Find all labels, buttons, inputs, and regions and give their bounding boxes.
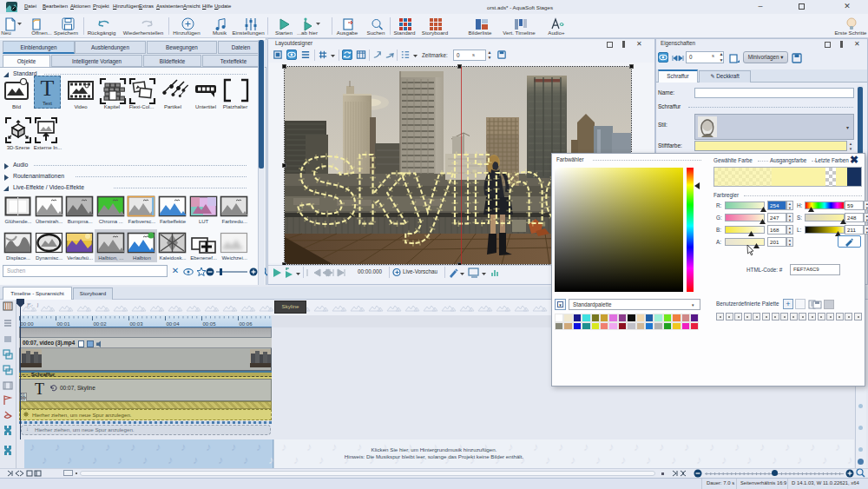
svg-text:♪: ♪	[696, 453, 702, 466]
svg-text:♪: ♪	[822, 453, 828, 466]
svg-text:♪: ♪	[30, 440, 36, 453]
svg-text:♪: ♪	[117, 453, 123, 466]
svg-text:♪: ♪	[80, 440, 86, 453]
svg-text:♪: ♪	[709, 440, 715, 453]
svg-text:♪: ♪	[105, 440, 111, 453]
svg-text:♪: ♪	[42, 453, 48, 466]
svg-text:♪: ♪	[168, 453, 174, 466]
svg-text:♪: ♪	[92, 453, 98, 466]
svg-text:♪: ♪	[810, 440, 816, 453]
svg-text:♪: ♪	[608, 440, 615, 453]
svg-text:♪: ♪	[797, 453, 803, 466]
svg-text:00:04: 00:04	[167, 321, 181, 327]
svg-text:00:01: 00:01	[57, 321, 71, 327]
svg-text:♪: ♪	[55, 440, 61, 453]
svg-text:♪: ♪	[835, 440, 841, 453]
svg-text:♪: ♪	[746, 453, 753, 466]
svg-text:♪: ♪	[206, 440, 212, 453]
svg-text:♪: ♪	[659, 440, 665, 453]
svg-text:♪: ♪	[155, 440, 161, 453]
svg-text:♪: ♪	[734, 440, 740, 453]
svg-text:♪: ♪	[760, 440, 766, 453]
svg-text:00:03: 00:03	[130, 321, 144, 327]
svg-text:00:00: 00:00	[21, 321, 35, 327]
svg-text:♪: ♪	[231, 440, 237, 453]
svg-text:♪: ♪	[785, 440, 791, 453]
svg-text:♪: ♪	[721, 453, 727, 466]
svg-text:♪: ♪	[772, 453, 778, 466]
svg-text:00:02: 00:02	[94, 321, 108, 327]
svg-text:♪: ♪	[847, 453, 853, 466]
svg-text:♪: ♪	[634, 440, 640, 453]
svg-text:♪: ♪	[130, 440, 136, 453]
svg-text:♪: ♪	[671, 453, 677, 466]
svg-text:♪: ♪	[142, 453, 148, 466]
svg-text:♪: ♪	[193, 453, 199, 466]
svg-text:♪: ♪	[181, 440, 187, 453]
svg-text:♪: ♪	[67, 453, 73, 466]
svg-text:00:05: 00:05	[203, 321, 217, 327]
svg-text:♪: ♪	[684, 440, 690, 453]
svg-text:00:06: 00:06	[240, 321, 253, 327]
